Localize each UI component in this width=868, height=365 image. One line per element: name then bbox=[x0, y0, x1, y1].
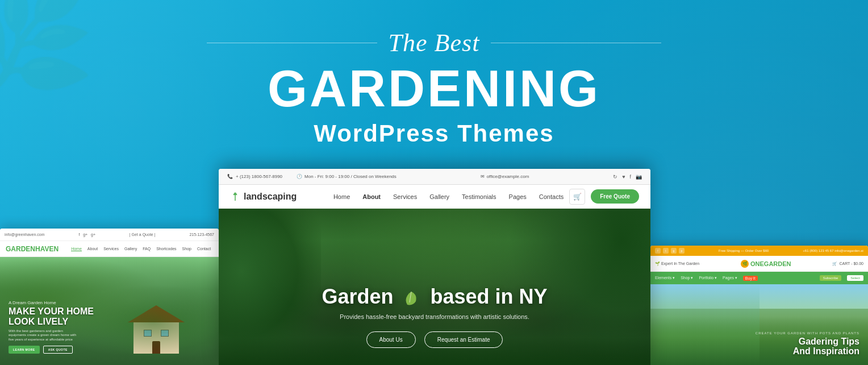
left-topbar-social: f g+ g+ bbox=[78, 233, 95, 237]
nav-gallery-middle[interactable]: Gallery bbox=[429, 193, 449, 200]
social-g: g bbox=[671, 248, 677, 254]
nav-item-about-left[interactable]: About bbox=[87, 247, 98, 251]
expert-label: 🌱 Expert In The Garden bbox=[655, 262, 699, 266]
hero-title-part2: based in NY bbox=[431, 285, 548, 308]
leaf-icon bbox=[402, 287, 422, 309]
left-topbar-quote: | Get a Quote | bbox=[130, 233, 156, 237]
nav-item-faq-left[interactable]: FAQ bbox=[143, 247, 151, 251]
phone-icon: 📞 bbox=[227, 174, 233, 179]
nav-item-home-left[interactable]: Home bbox=[71, 247, 82, 251]
hero-subtitle-left: A Dream Garden Home bbox=[9, 300, 94, 305]
pinterest-icon: ♥ bbox=[622, 174, 625, 180]
header-line: The Best bbox=[0, 28, 868, 57]
card-right-nav2: Elements ▾ Shop ▾ Portfolio ▾ Pages ▾ Bu… bbox=[650, 272, 868, 284]
nav-shop-right[interactable]: Shop ▾ bbox=[681, 276, 693, 280]
hero-title-left: MAKE YOUR HOME LOOK LIVELY bbox=[9, 306, 94, 326]
hero-desc-left: With the best gardeners and garden equip… bbox=[9, 329, 77, 342]
nav-pages-middle[interactable]: Pages bbox=[509, 193, 527, 200]
title-wordpress: WordPress Themes bbox=[0, 120, 868, 147]
card-middle-nav: landscaping Home About Services Gallery … bbox=[219, 185, 650, 209]
nav-services-middle[interactable]: Services bbox=[393, 193, 417, 200]
btn-ask-quote-left[interactable]: ASK QUOTE bbox=[43, 346, 73, 354]
hero-text-right: CREATE YOUR GARDEN WITH POTS AND PLANTS … bbox=[756, 331, 859, 356]
title-gardening: GARDENING bbox=[0, 63, 868, 114]
card-left-hero: A Dream Garden Home MAKE YOUR HOME LOOK … bbox=[0, 257, 219, 365]
cart-right: 🛒 CART - $0.00 bbox=[832, 262, 863, 266]
btn-aboutus[interactable]: About Us bbox=[366, 331, 416, 348]
brand-middle: landscaping bbox=[230, 192, 297, 202]
nav-testimonials-middle[interactable]: Testimonials bbox=[462, 193, 496, 200]
cart-icon-right: 🛒 bbox=[832, 262, 837, 266]
topbar-email: ✉ office@example.com bbox=[481, 174, 529, 179]
hero-buttons-middle: About Us Request an Estimate bbox=[219, 331, 650, 348]
header-line-left bbox=[207, 43, 377, 43]
header-line-right bbox=[491, 43, 661, 43]
brand-right: 🌿 ONEGARDEN bbox=[741, 260, 791, 268]
nav-portfolio-right[interactable]: Portfolio ▾ bbox=[699, 276, 717, 280]
btn-estimate[interactable]: Request an Estimate bbox=[424, 331, 503, 348]
cart-icon-middle[interactable]: 🛒 bbox=[569, 189, 585, 205]
topbar-contact: 📞 + (123) 1800-567-8990 🕐 Mon - Fri: 9:0… bbox=[227, 174, 397, 179]
nav-item-gallery-left[interactable]: Gallery bbox=[124, 247, 137, 251]
btn-learn-more-left[interactable]: LEARN MORE bbox=[9, 346, 40, 354]
nav-items-middle: Home About Services Gallery Testimonials… bbox=[333, 193, 564, 200]
brand-haven-part: HAVEN bbox=[35, 245, 59, 253]
header-content: The Best GARDENING WordPress Themes bbox=[0, 0, 868, 147]
brand-left: GARDENHAVEN bbox=[6, 245, 59, 253]
hero-text-left: A Dream Garden Home MAKE YOUR HOME LOOK … bbox=[9, 300, 94, 354]
title-the-best: The Best bbox=[389, 28, 480, 57]
nav-item-services-left[interactable]: Services bbox=[103, 247, 119, 251]
topbar-shipping: Free Shipping — Order Over $60 bbox=[719, 249, 769, 252]
brand-right-logo: 🌿 bbox=[741, 260, 749, 268]
hours-icon: 🕐 bbox=[297, 174, 302, 179]
nav-pages-right[interactable]: Pages ▾ bbox=[723, 276, 737, 280]
social-f: f bbox=[655, 248, 661, 254]
btn-free-quote[interactable]: Free Quote bbox=[591, 189, 639, 204]
card-middle-topbar: 📞 + (123) 1800-567-8990 🕐 Mon - Fri: 9:0… bbox=[219, 169, 650, 185]
card-left-nav: GARDENHAVEN Home About Services Gallery … bbox=[0, 241, 219, 257]
brand-green-part: GARDEN bbox=[6, 245, 35, 253]
card-middle-landscaping: 📞 + (123) 1800-567-8990 🕐 Mon - Fri: 9:0… bbox=[219, 169, 650, 365]
topbar-social: ↻ ♥ f 📷 bbox=[613, 174, 642, 180]
card-middle-hero: Garden based in NY Provides hassle-free … bbox=[219, 209, 650, 365]
topbar-phone-right: +61 (800) 123 45 67 info@onegarden.st bbox=[803, 249, 863, 252]
instagram-icon: 📷 bbox=[636, 174, 642, 180]
nav-buyit-right[interactable]: Buy It bbox=[743, 276, 758, 281]
hero-title-middle: Garden based in NY bbox=[219, 287, 650, 309]
hero-text-middle: Garden based in NY Provides hassle-free … bbox=[219, 287, 650, 348]
expert-icon: 🌱 bbox=[655, 262, 660, 266]
card-right-topbar: f t g p Free Shipping — Order Over $60 +… bbox=[650, 246, 868, 256]
nav-item-shop-left[interactable]: Shop bbox=[182, 247, 191, 251]
social-p: p bbox=[679, 248, 685, 254]
social-t: t bbox=[663, 248, 669, 254]
btn-select-right[interactable]: Select bbox=[847, 275, 863, 281]
hero-title-right: Gadering Tips And Inspiration bbox=[756, 337, 859, 356]
topbar-phone: + (123) 1800-567-8990 bbox=[236, 174, 282, 179]
nav-item-shortcodes-left[interactable]: Shortcodes bbox=[156, 247, 176, 251]
nav-home-middle[interactable]: Home bbox=[333, 193, 350, 200]
topbar-social-right: f t g p bbox=[655, 248, 685, 254]
card-right-nav: 🌱 Expert In The Garden 🌿 ONEGARDEN 🛒 CAR… bbox=[650, 256, 868, 272]
card-left-gardenhaven: info@greenhaven.com f g+ g+ | Get a Quot… bbox=[0, 229, 219, 365]
nav-about-middle[interactable]: About bbox=[362, 193, 381, 200]
card-right-hero: CREATE YOUR GARDEN WITH POTS AND PLANTS … bbox=[650, 284, 868, 365]
hero-title-part1: Garden bbox=[322, 285, 393, 308]
nav-contacts-middle[interactable]: Contacts bbox=[539, 193, 564, 200]
left-topbar-phone: 215-123-4567 bbox=[189, 233, 214, 237]
refresh-icon: ↻ bbox=[613, 174, 617, 180]
topbar-hours: 🕐 Mon - Fri: 9:00 - 19:00 / Closed on We… bbox=[297, 174, 397, 179]
btn-subscribe-right[interactable]: Subscribe bbox=[820, 275, 842, 281]
nav-items-left: Home About Services Gallery FAQ Shortcod… bbox=[71, 247, 211, 251]
right-sky-left bbox=[650, 284, 760, 365]
facebook-icon: f bbox=[629, 174, 631, 180]
nav-item-contact-left[interactable]: Contact bbox=[197, 247, 211, 251]
card-right-onegarden: f t g p Free Shipping — Order Over $60 +… bbox=[650, 246, 868, 365]
previews-container: info@greenhaven.com f g+ g+ | Get a Quot… bbox=[0, 169, 868, 365]
card-left-topbar: info@greenhaven.com f g+ g+ | Get a Quot… bbox=[0, 229, 219, 241]
brand-logo-middle bbox=[230, 192, 240, 202]
email-icon: ✉ bbox=[481, 174, 485, 179]
left-topbar-email: info@greenhaven.com bbox=[5, 233, 45, 237]
nav-elements-right[interactable]: Elements ▾ bbox=[655, 276, 675, 280]
hero-subtitle-middle: Provides hassle-free backyard transforma… bbox=[219, 313, 650, 320]
hero-subtitle-right: CREATE YOUR GARDEN WITH POTS AND PLANTS bbox=[756, 331, 859, 335]
